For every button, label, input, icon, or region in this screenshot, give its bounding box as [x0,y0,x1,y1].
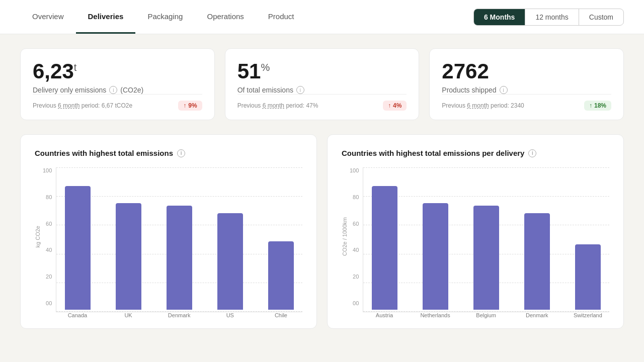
info-icon-emissions[interactable]: i [109,86,117,94]
stat-value-percent: 51% [237,61,407,82]
tab-operations[interactable]: Operations [195,0,256,34]
tab-packaging[interactable]: Packaging [135,0,195,34]
stat-card-products: 2762 Products shipped i Previous 6 month… [429,48,624,120]
chart-title-left: Countries with highest total emissions i [35,149,302,157]
bar-canada [65,186,91,310]
bar-uk [116,203,141,310]
bar-col-switzerland [567,167,609,310]
stat-value-emissions: 6,23t [33,61,202,82]
stat-card-bottom-emissions: Previous 6 month period: 6,67 tCO2e 9% [33,94,202,111]
stat-card-bottom-products: Previous 6 month period: 2340 18% [442,94,611,111]
bar-col-austria [363,167,406,310]
badge-products: 18% [584,101,611,111]
bars-area-left [56,167,302,312]
bar-chart-right: CO2e / 1000km 100 80 60 40 20 00 [342,167,609,318]
bar-col-denmark-r [516,167,558,310]
stat-cards-row: 6,23t Delivery only emissions i (CO2e) P… [20,48,624,120]
bar-col-chile [260,167,302,310]
prev-period-percent: Previous 6 month period: 47% [237,102,318,109]
bar-chart-left: kg CO2e 100 80 60 40 20 00 [35,167,302,318]
bar-col-us [209,167,252,310]
info-icon-percent[interactable]: i [296,86,304,94]
stat-value-products: 2762 [442,61,611,82]
badge-emissions: 9% [178,101,202,111]
badge-percent: 4% [383,101,407,111]
prev-period-products: Previous 6 month period: 2340 [442,102,524,109]
prev-period-emissions: Previous 6 month period: 6,67 tCO2e [33,102,132,109]
tab-overview[interactable]: Overview [20,0,76,34]
chart-card-right: Countries with highest total emissions p… [327,134,624,329]
tab-deliveries[interactable]: Deliveries [76,0,136,34]
stat-label-emissions: Delivery only emissions i (CO2e) [33,86,202,94]
bar-switzerland [575,244,601,310]
main-content: 6,23t Delivery only emissions i (CO2e) P… [0,34,644,343]
btn-12months[interactable]: 12 months [525,9,579,25]
bar-belgium [473,206,499,310]
stat-card-emissions: 6,23t Delivery only emissions i (CO2e) P… [20,48,215,120]
y-axis-left: 100 80 60 40 20 00 [43,167,56,318]
x-labels-right: Austria Netherlands Belgium Denmark Swit… [363,312,609,318]
btn-6months[interactable]: 6 Months [474,9,525,25]
bar-col-uk [107,167,150,310]
bar-denmark-r [524,213,550,310]
info-icon-products[interactable]: i [500,86,508,94]
stat-card-percent: 51% Of total emissions i Previous 6 mont… [225,48,420,120]
stat-label-products: Products shipped i [442,86,611,94]
bar-denmark [167,206,192,310]
time-controls: 6 Months 12 months Custom [473,9,624,26]
bar-austria [372,186,397,310]
stat-card-bottom-percent: Previous 6 month period: 47% 4% [237,94,407,111]
chart-inner-right: Austria Netherlands Belgium Denmark Swit… [363,167,609,318]
chart-card-left: Countries with highest total emissions i… [20,134,317,329]
bar-col-denmark [158,167,201,310]
stat-label-percent: Of total emissions i [237,86,407,94]
bar-col-canada [56,167,99,310]
btn-custom[interactable]: Custom [579,9,623,25]
bar-netherlands [423,203,448,310]
tab-product[interactable]: Product [256,0,306,34]
nav-bar: Overview Deliveries Packaging Operations… [0,0,644,34]
y-axis-right: 100 80 60 40 20 00 [350,167,363,318]
bar-chile [268,241,294,310]
chart-inner-left: Canada UK Denmark US Chile [56,167,302,318]
nav-tabs: Overview Deliveries Packaging Operations… [20,0,306,34]
bar-col-netherlands [414,167,457,310]
info-icon-chart-left[interactable]: i [177,149,185,157]
charts-row: Countries with highest total emissions i… [20,134,624,329]
bars-area-right [363,167,609,312]
bar-us [217,213,243,310]
y-axis-label-left: kg CO2e [35,226,41,247]
x-labels-left: Canada UK Denmark US Chile [56,312,302,318]
info-icon-chart-right[interactable]: i [528,149,536,157]
bar-col-belgium [465,167,508,310]
chart-title-right: Countries with highest total emissions p… [342,149,609,157]
y-axis-label-right: CO2e / 1000km [342,217,348,256]
